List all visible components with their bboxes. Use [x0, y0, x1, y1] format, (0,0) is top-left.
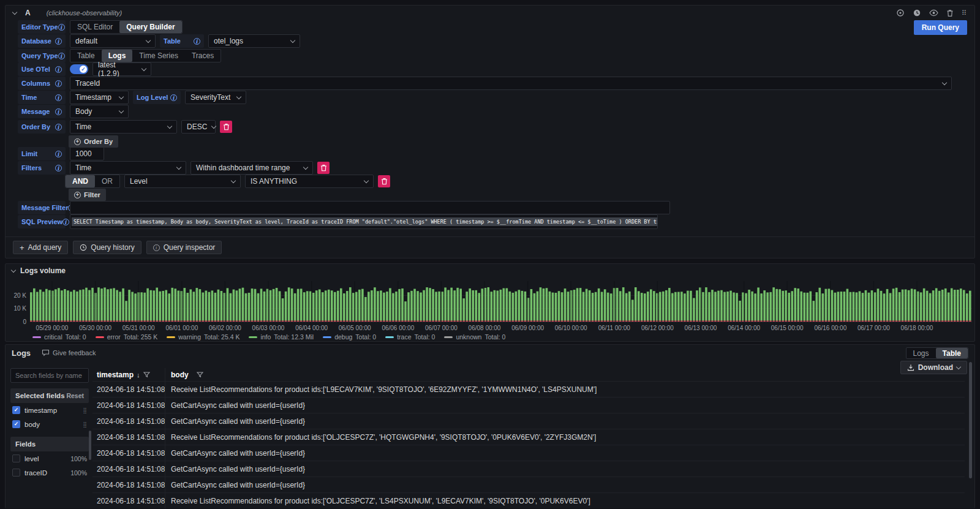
info-icon[interactable]: i — [170, 94, 177, 101]
bar-segment — [524, 292, 527, 321]
bar-segment — [589, 321, 591, 322]
info-icon[interactable]: i — [55, 124, 62, 130]
editor-type-query-builder[interactable]: Query Builder — [119, 21, 181, 33]
query-type-tab-time-series[interactable]: Time Series — [132, 50, 185, 62]
condition-or[interactable]: OR — [95, 175, 119, 187]
checkbox-checked[interactable]: ✓ — [12, 420, 20, 428]
add-order-by-button[interactable]: + Order By — [69, 135, 118, 148]
query-type-tab-table[interactable]: Table — [70, 50, 102, 62]
drag-handle-icon[interactable]: ⣿ — [83, 421, 87, 428]
table-select[interactable]: otel_logs — [208, 34, 300, 48]
remove-filter1-button[interactable] — [317, 162, 330, 174]
query-inspector-button[interactable]: i Query inspector — [146, 241, 222, 254]
body-column-header[interactable]: body — [165, 368, 965, 381]
filter2-field-select[interactable]: Level — [124, 175, 241, 188]
view-table[interactable]: Table — [936, 348, 968, 358]
remove-order-by-button[interactable] — [220, 121, 232, 133]
filter1-field-select[interactable]: Time — [70, 161, 186, 175]
table-row[interactable]: 2024-06-18 14:51:08Receive ListRecommend… — [92, 429, 965, 445]
history-icon[interactable] — [913, 9, 921, 17]
info-icon[interactable]: i — [55, 151, 62, 157]
info-icon[interactable]: i — [55, 80, 62, 87]
info-icon[interactable]: i — [58, 24, 65, 31]
message-filter-input[interactable] — [70, 201, 670, 214]
give-feedback-link[interactable]: Give feedback — [42, 349, 96, 356]
view-logs[interactable]: Logs — [907, 348, 936, 358]
trash-icon[interactable] — [946, 9, 954, 17]
bar-segment — [279, 321, 281, 322]
filter-icon[interactable] — [197, 372, 203, 378]
filter-icon[interactable] — [143, 372, 150, 378]
order-by-select[interactable]: Time — [70, 120, 177, 134]
run-query-button[interactable]: Run Query — [914, 20, 967, 35]
database-select[interactable]: default — [70, 34, 156, 48]
eye-icon[interactable] — [929, 9, 938, 17]
bar-segment — [711, 290, 714, 320]
collapse-query-icon[interactable] — [12, 9, 17, 14]
use-otel-toggle[interactable]: ✓ — [70, 64, 88, 74]
bar-segment — [883, 321, 886, 322]
table-row[interactable]: 2024-06-18 14:51:08GetCartAsync called w… — [92, 461, 965, 477]
legend-item-warning[interactable]: warningTotal: 25.4 K — [167, 333, 239, 341]
log-level-select[interactable]: SeverityText — [185, 91, 246, 104]
order-direction-select[interactable]: DESC — [181, 120, 216, 134]
info-icon[interactable]: i — [55, 94, 62, 101]
info-icon[interactable]: i — [58, 53, 65, 59]
panel-collapse-icon[interactable] — [11, 267, 16, 272]
bar-segment — [285, 321, 287, 322]
info-icon[interactable]: i — [55, 38, 62, 45]
table-row[interactable]: 2024-06-18 14:51:08GetCartAsync called w… — [92, 477, 965, 493]
reset-button[interactable]: Reset — [66, 392, 84, 399]
bar-segment — [88, 321, 91, 322]
query-type-tab-logs[interactable]: Logs — [102, 50, 133, 62]
info-icon[interactable]: i — [194, 38, 200, 45]
message-column-select[interactable]: Body — [70, 105, 129, 118]
table-row[interactable]: 2024-06-18 14:51:08GetCartAsync called w… — [92, 445, 965, 461]
use-otel-label: Use OTeli — [18, 62, 66, 76]
checkbox-unchecked[interactable] — [12, 469, 20, 477]
x-axis-label: 06/05 00:00 — [339, 325, 371, 331]
columns-multiselect[interactable]: TraceId — [70, 77, 952, 90]
filter2-operator-select[interactable]: IS ANYTHING — [245, 175, 374, 188]
info-icon[interactable]: i — [55, 66, 62, 73]
legend-item-unknown[interactable]: unknownTotal: 0 — [444, 333, 505, 341]
table-row[interactable]: 2024-06-18 14:51:08GetCartAsync called w… — [92, 398, 965, 413]
legend-item-error[interactable]: errorTotal: 255 K — [96, 333, 158, 341]
timestamp-column-header[interactable]: timestamp ↓ — [92, 371, 165, 379]
table-row[interactable]: 2024-06-18 14:51:08GetCartAsync called w… — [92, 413, 965, 429]
legend-item-info[interactable]: infoTotal: 12.3 Mil — [249, 333, 314, 341]
search-fields-input[interactable] — [10, 368, 89, 383]
query-type-tab-traces[interactable]: Traces — [185, 50, 221, 62]
table-scrollbar[interactable] — [969, 362, 972, 478]
disable-query-icon[interactable] — [896, 9, 905, 17]
table-row[interactable]: 2024-06-18 14:51:08Receive ListRecommend… — [92, 382, 965, 398]
bar-segment — [622, 287, 625, 321]
sidebar-scrollbar[interactable] — [89, 431, 91, 460]
drag-handle-icon[interactable]: ⠿ — [962, 10, 966, 17]
legend-item-trace[interactable]: traceTotal: 0 — [385, 333, 435, 341]
info-icon[interactable]: i — [62, 219, 69, 225]
query-history-button[interactable]: Query history — [73, 241, 141, 254]
condition-and[interactable]: AND — [66, 175, 95, 187]
remove-filter2-button[interactable] — [378, 175, 390, 187]
sort-desc-icon[interactable]: ↓ — [137, 371, 140, 379]
table-row[interactable]: 2024-06-18 14:51:08Receive ListRecommend… — [92, 493, 965, 508]
drag-handle-icon[interactable]: ⣿ — [83, 407, 87, 413]
bar-segment — [214, 293, 217, 321]
limit-input[interactable]: 1000 — [70, 147, 104, 160]
add-filter-button[interactable]: + Filter — [69, 189, 106, 201]
time-column-select[interactable]: Timestamp — [70, 91, 129, 104]
info-icon[interactable]: i — [55, 165, 62, 172]
filter1-operator-select[interactable]: Within dashboard time range — [190, 161, 313, 175]
logs-volume-chart[interactable]: 010 K20 K — [6, 279, 976, 324]
checkbox-unchecked[interactable] — [12, 454, 20, 462]
bar-segment — [635, 321, 637, 322]
bar-segment — [291, 288, 293, 321]
otel-version-select[interactable]: latest (1.2.9) — [92, 62, 151, 76]
editor-type-sql-editor[interactable]: SQL Editor — [70, 21, 119, 33]
legend-item-critical[interactable]: criticalTotal: 0 — [32, 333, 86, 341]
add-query-button[interactable]: + Add query — [13, 241, 68, 254]
info-icon[interactable]: i — [55, 108, 62, 115]
legend-item-debug[interactable]: debugTotal: 0 — [323, 333, 376, 341]
checkbox-checked[interactable]: ✓ — [12, 406, 20, 414]
